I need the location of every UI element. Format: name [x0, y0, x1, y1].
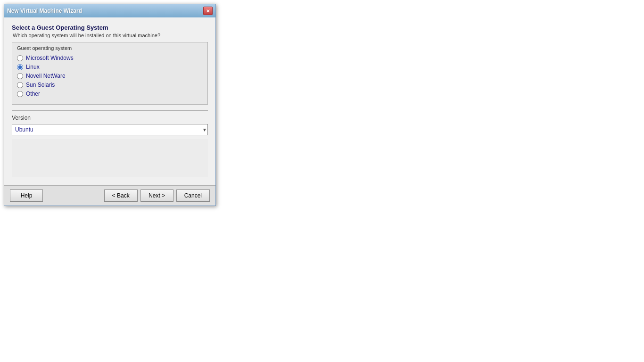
guest-os-label: Guest operating system: [17, 45, 203, 51]
divider: [12, 110, 208, 111]
radio-windows[interactable]: Microsoft Windows: [17, 55, 203, 61]
radio-windows-label[interactable]: Microsoft Windows: [26, 55, 74, 61]
next-button[interactable]: Next >: [140, 189, 173, 202]
radio-linux[interactable]: Linux: [17, 64, 203, 70]
radio-solaris-input[interactable]: [17, 82, 23, 88]
dialog-window: New Virtual Machine Wizard ✕ Select a Gu…: [4, 4, 216, 206]
section-subtitle: Which operating system will be installed…: [13, 33, 208, 38]
section-title: Select a Guest Operating System: [12, 24, 208, 31]
radio-other-label[interactable]: Other: [26, 90, 40, 97]
version-label: Version: [12, 115, 208, 121]
version-select-wrapper: Ubuntu Ubuntu 64-bit Debian 5 Debian 5 6…: [12, 124, 208, 135]
section-header: Select a Guest Operating System Which op…: [12, 24, 208, 38]
navigation-buttons: < Back Next > Cancel: [104, 189, 210, 202]
radio-other-input[interactable]: [17, 91, 23, 97]
radio-windows-input[interactable]: [17, 55, 23, 61]
radio-linux-input[interactable]: [17, 64, 23, 70]
radio-solaris-label[interactable]: Sun Solaris: [26, 82, 55, 88]
cancel-button[interactable]: Cancel: [176, 189, 210, 202]
window-title: New Virtual Machine Wizard: [7, 8, 82, 14]
title-bar-controls: ✕: [203, 7, 213, 15]
desktop: New Virtual Machine Wizard ✕ Select a Gu…: [0, 0, 644, 362]
button-bar: Help < Back Next > Cancel: [4, 185, 215, 206]
version-select[interactable]: Ubuntu Ubuntu 64-bit Debian 5 Debian 5 6…: [12, 124, 208, 135]
dialog-body: Select a Guest Operating System Which op…: [4, 17, 215, 185]
version-section: Version Ubuntu Ubuntu 64-bit Debian 5 De…: [12, 115, 208, 135]
radio-novell[interactable]: Novell NetWare: [17, 73, 203, 79]
close-icon: ✕: [206, 8, 210, 14]
guest-os-group: Guest operating system Microsoft Windows…: [12, 42, 208, 105]
content-area: [12, 139, 208, 177]
radio-solaris[interactable]: Sun Solaris: [17, 82, 203, 88]
close-button[interactable]: ✕: [203, 7, 213, 15]
radio-other[interactable]: Other: [17, 90, 203, 97]
back-button[interactable]: < Back: [104, 189, 138, 202]
help-button[interactable]: Help: [10, 189, 43, 202]
radio-linux-label[interactable]: Linux: [26, 64, 40, 70]
radio-novell-label[interactable]: Novell NetWare: [26, 73, 66, 79]
radio-novell-input[interactable]: [17, 73, 23, 79]
title-bar: New Virtual Machine Wizard ✕: [4, 4, 215, 17]
